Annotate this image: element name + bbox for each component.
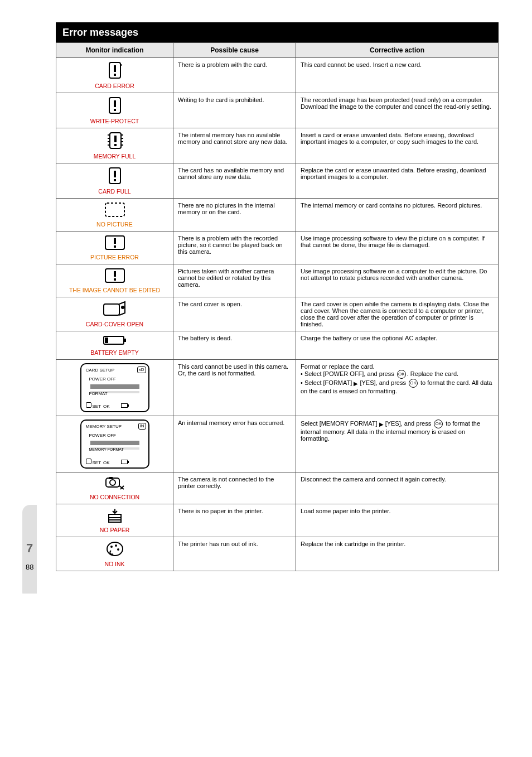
- table-row: THE IMAGE CANNOT BE EDITED Pictures take…: [56, 264, 499, 297]
- card-warn-icon: [107, 61, 123, 80]
- table-row: MEMORY FULL The internal memory has no a…: [56, 128, 499, 163]
- action-cell: Replace the card or erase unwanted data.…: [296, 163, 499, 199]
- section-title: Error messages: [62, 27, 138, 38]
- svg-rect-4: [114, 100, 116, 107]
- svg-point-32: [115, 544, 117, 547]
- indicator-label: NO PAPER: [61, 527, 168, 533]
- svg-rect-12: [105, 203, 124, 216]
- table-row: NO INK The printer has run out of ink. R…: [56, 537, 499, 571]
- svg-point-25: [110, 480, 115, 485]
- cause-cell: There is a problem with the card.: [173, 58, 296, 93]
- cause-cell: Pictures taken with another camera canno…: [173, 264, 296, 297]
- cause-cell: There are no pictures in the internal me…: [173, 199, 296, 232]
- indicator-label: PICTURE ERROR: [61, 254, 168, 261]
- indicator-label: WRITE-PROTECT: [61, 118, 168, 124]
- action-cell: Format or replace the card. • Select [PO…: [296, 360, 499, 416]
- svg-rect-2: [114, 74, 116, 76]
- svg-point-31: [110, 546, 113, 548]
- side-chapter-number: 7: [22, 541, 37, 556]
- cause-cell: Writing to the card is prohibited.: [173, 93, 296, 128]
- action-text: [YES], and press: [384, 420, 433, 427]
- table-row: BATTERY EMPTY The battery is dead. Charg…: [56, 331, 499, 360]
- cause-cell: The battery is dead.: [173, 331, 296, 360]
- svg-rect-8: [114, 144, 117, 146]
- right-arrow-icon: [379, 420, 384, 427]
- card-warn-icon: [107, 167, 123, 186]
- cover-open-icon: [103, 301, 127, 319]
- svg-rect-11: [114, 179, 116, 181]
- cause-cell: This card cannot be used in this camera.…: [173, 360, 296, 416]
- svg-rect-17: [114, 271, 116, 277]
- svg-rect-15: [114, 245, 116, 248]
- picture-error-icon: [104, 268, 125, 285]
- battery-empty-icon: [103, 335, 127, 347]
- action-cell: Use image processing software to view th…: [296, 232, 499, 264]
- table-header-row: Monitor indication Possible cause Correc…: [56, 43, 499, 58]
- svg-rect-7: [114, 136, 117, 142]
- indicator-label: CARD ERROR: [61, 83, 168, 89]
- svg-point-30: [107, 542, 123, 556]
- no-ink-icon: [105, 541, 124, 558]
- svg-rect-22: [124, 339, 126, 342]
- indicator-label: NO INK: [61, 561, 168, 567]
- cause-cell: The card has no available memory and can…: [173, 163, 296, 199]
- svg-rect-1: [114, 65, 116, 72]
- action-cell: Charge the battery or use the optional A…: [296, 331, 499, 360]
- action-cell: The card cover is open while the camera …: [296, 297, 499, 331]
- cause-cell: The camera is not connected to the print…: [173, 472, 296, 504]
- page-number: 88: [26, 563, 33, 571]
- col-header-indication: Monitor indication: [56, 43, 173, 58]
- action-cell: Use image processing software on a compu…: [296, 264, 499, 297]
- svg-rect-18: [114, 278, 116, 281]
- no-picture-icon: [104, 202, 125, 219]
- table-row: WRITE-PROTECT Writing to the card is pro…: [56, 93, 499, 128]
- action-cell: Load some paper into the printer.: [296, 504, 499, 537]
- col-header-action: Corrective action: [296, 43, 499, 58]
- table-row: xD CARD SETUP POWER OFF FORMAT SETOK Thi…: [56, 360, 499, 416]
- cause-cell: The printer has run out of ink.: [173, 537, 296, 571]
- table-row: PICTURE ERROR There is a problem with th…: [56, 232, 499, 264]
- svg-rect-10: [114, 171, 116, 177]
- svg-rect-14: [114, 238, 116, 244]
- action-text: Select [MEMORY FORMAT]: [301, 420, 379, 427]
- svg-rect-19: [104, 304, 119, 315]
- ok-button-icon: OK: [397, 370, 406, 379]
- action-cell: This card cannot be used. Insert a new c…: [296, 58, 499, 93]
- cause-cell: There is a problem with the recorded pic…: [173, 232, 296, 264]
- table-row: IN MEMORY SETUP POWER OFF MEMORY FORMAT …: [56, 416, 499, 472]
- action-text: [YES], and press: [358, 379, 408, 386]
- xd-badge: xD: [137, 367, 146, 373]
- lcd-memory-setup-icon: IN MEMORY SETUP POWER OFF MEMORY FORMAT …: [80, 420, 149, 469]
- cause-cell: An internal memory error has occurred.: [173, 416, 296, 472]
- error-table: Monitor indication Possible cause Correc…: [56, 42, 499, 571]
- action-cell: The internal memory or card contains no …: [296, 199, 499, 232]
- action-cell: Insert a card or erase unwanted data. Be…: [296, 128, 499, 163]
- col-header-cause: Possible cause: [173, 43, 296, 58]
- action-text: Select [POWER OFF], and press: [304, 370, 396, 377]
- ok-button-icon: OK: [409, 379, 418, 388]
- indicator-label: CARD-COVER OPEN: [61, 321, 168, 327]
- no-paper-icon: [107, 508, 123, 524]
- table-row: NO CONNECTION The camera is not connecte…: [56, 472, 499, 504]
- table-row: CARD FULL The card has no available memo…: [56, 163, 499, 199]
- action-text: Select [FORMAT]: [304, 379, 354, 386]
- table-row: CARD ERROR There is a problem with the c…: [56, 58, 499, 93]
- section-title-bar: Error messages: [56, 22, 499, 42]
- ok-button-icon: OK: [434, 420, 443, 428]
- card-full-arrows-icon: [105, 132, 124, 151]
- svg-point-20: [121, 306, 124, 309]
- table-row: NO PICTURE There are no pictures in the …: [56, 199, 499, 232]
- indicator-label: CARD FULL: [61, 188, 168, 195]
- table-row: NO PAPER There is no paper in the printe…: [56, 504, 499, 537]
- lcd-card-setup-icon: xD CARD SETUP POWER OFF FORMAT SETOK: [80, 363, 149, 412]
- action-cell: The recorded image has been protected (r…: [296, 93, 499, 128]
- cause-cell: The card cover is open.: [173, 297, 296, 331]
- action-text: Format or replace the card.: [301, 363, 375, 370]
- svg-rect-5: [114, 109, 116, 111]
- no-connection-icon: [104, 476, 126, 491]
- svg-point-33: [117, 548, 119, 551]
- cause-cell: The internal memory has no available mem…: [173, 128, 296, 163]
- indicator-label: NO PICTURE: [61, 221, 168, 228]
- action-cell: Select [MEMORY FORMAT] [YES], and press …: [296, 416, 499, 472]
- indicator-label: THE IMAGE CANNOT BE EDITED: [61, 287, 168, 293]
